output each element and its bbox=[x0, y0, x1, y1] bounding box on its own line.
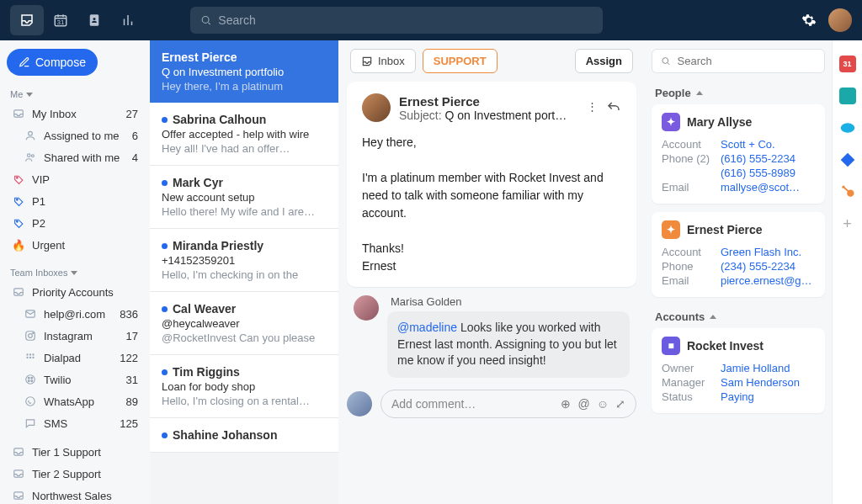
conversation-preview: Hello, I'm closing on a rental… bbox=[162, 395, 327, 407]
composer-input[interactable]: Add comment… ⊕ @ ☺ ⤢ bbox=[380, 390, 636, 418]
detail-row: (616) 555-8989 bbox=[662, 167, 815, 179]
sidebar-item[interactable]: Dialpad122 bbox=[7, 347, 143, 369]
more-icon[interactable]: ⋮ bbox=[587, 100, 598, 115]
sidebar-item[interactable]: VIP bbox=[7, 168, 143, 190]
svg-point-24 bbox=[31, 377, 33, 379]
conversation-name: Miranda Priestly bbox=[162, 239, 327, 252]
emoji-icon[interactable]: ☺ bbox=[597, 397, 609, 411]
accounts-header[interactable]: Accounts bbox=[652, 305, 825, 328]
context-search-input[interactable] bbox=[678, 55, 816, 67]
settings-icon[interactable] bbox=[801, 13, 817, 28]
sidebar-item[interactable]: SMS125 bbox=[7, 412, 143, 434]
svg-point-6 bbox=[28, 154, 31, 157]
sidebar-item[interactable]: Shared with me4 bbox=[7, 146, 143, 168]
person-card[interactable]: ✦Ernest PierceAccountGreen Flash Inc.Pho… bbox=[652, 212, 825, 297]
detail-value[interactable]: mallyse@scot… bbox=[721, 181, 800, 194]
account-card[interactable]: ■Rocket InvestOwnerJamie HollandManagerS… bbox=[652, 328, 825, 413]
sidebar-item[interactable]: Priority Accounts bbox=[7, 281, 143, 303]
conversation-item[interactable]: Tim RigginsLoan for body shopHello, I'm … bbox=[150, 355, 338, 418]
sidebar-item-label: Shared with me bbox=[44, 151, 125, 164]
sidebar-item[interactable]: Tier 1 Support bbox=[7, 441, 143, 463]
svg-point-8 bbox=[16, 177, 18, 178]
conversation-item[interactable]: Ernest PierceQ on Investment portfolioHe… bbox=[150, 40, 338, 103]
nav-analytics-icon[interactable] bbox=[111, 5, 145, 35]
nav-inbox-icon[interactable] bbox=[10, 5, 44, 35]
sidebar-item-label: Urgent bbox=[32, 239, 131, 252]
detail-value[interactable]: Paying bbox=[721, 390, 754, 403]
sidebar-item[interactable]: Twilio31 bbox=[7, 369, 143, 390]
conversation-item[interactable]: Mark CyrNew account setupHello there! My… bbox=[150, 166, 338, 229]
sidebar-item-label: P2 bbox=[32, 217, 131, 230]
detail-value[interactable]: Green Flash Inc. bbox=[721, 246, 801, 258]
detail-key: Phone (2) bbox=[662, 152, 721, 165]
sidebar-item[interactable]: P1 bbox=[7, 190, 143, 212]
conversation-subject: New account setup bbox=[162, 191, 327, 204]
sidebar-item-count: 31 bbox=[126, 374, 138, 386]
person-card[interactable]: ✦Mary AllyseAccountScott + Co.Phone (2)(… bbox=[652, 104, 825, 204]
rail-salesforce-icon[interactable] bbox=[839, 119, 856, 136]
sidebar-item-label: VIP bbox=[32, 173, 131, 186]
reply-icon[interactable] bbox=[606, 100, 621, 115]
sidebar-me-header[interactable]: Me bbox=[7, 84, 143, 103]
sidebar-item[interactable]: Instagram17 bbox=[7, 325, 143, 347]
nav-calendar-icon[interactable]: 31 bbox=[44, 5, 77, 35]
sidebar-item[interactable]: Assigned to me6 bbox=[7, 125, 143, 146]
assign-button[interactable]: Assign bbox=[575, 49, 633, 73]
sidebar-item-count: 125 bbox=[120, 417, 138, 430]
sidebar-item-count: 27 bbox=[126, 108, 138, 120]
rail-contacts-icon[interactable] bbox=[839, 88, 856, 104]
detail-row: Phone(234) 555-2234 bbox=[662, 260, 815, 273]
inbox-button[interactable]: Inbox bbox=[350, 49, 416, 73]
sidebar-item-label: Assigned to me bbox=[44, 130, 125, 142]
svg-point-25 bbox=[28, 380, 29, 382]
detail-value[interactable]: Sam Henderson bbox=[721, 376, 800, 389]
detail-value[interactable]: (234) 555-2234 bbox=[721, 260, 795, 273]
sidebar-item[interactable]: My Inbox27 bbox=[7, 103, 143, 125]
rail-jira-icon[interactable] bbox=[839, 151, 856, 168]
topbar: 31 bbox=[0, 0, 862, 40]
detail-value[interactable]: Scott + Co. bbox=[721, 138, 775, 151]
conversation-name: Mark Cyr bbox=[162, 176, 327, 189]
detail-row: OwnerJamie Holland bbox=[662, 362, 815, 374]
rail-calendar-icon[interactable]: 31 bbox=[839, 56, 856, 72]
rail-add-icon[interactable]: + bbox=[839, 215, 856, 232]
tag-icon bbox=[12, 194, 25, 208]
badge-icon: ✦ bbox=[662, 220, 680, 239]
sidebar-item[interactable]: WhatsApp89 bbox=[7, 390, 143, 412]
unread-dot-icon bbox=[162, 369, 168, 375]
detail-value[interactable]: (616) 555-2234 bbox=[721, 152, 795, 165]
add-icon[interactable]: ⊕ bbox=[561, 397, 571, 411]
sidebar-item[interactable]: P2 bbox=[7, 212, 143, 234]
conversation-item[interactable]: Cal Weaver@heycalweaver@RocketInvest Can… bbox=[150, 292, 338, 355]
people-header[interactable]: People bbox=[652, 82, 825, 104]
context-search[interactable] bbox=[652, 49, 825, 73]
mention[interactable]: @madeline bbox=[397, 321, 457, 334]
sidebar-item[interactable]: Tier 2 Support bbox=[7, 463, 143, 485]
sidebar-item[interactable]: 🔥Urgent bbox=[7, 234, 143, 256]
support-tag-button[interactable]: SUPPORT bbox=[423, 49, 498, 73]
internal-comment: Marisa Golden @madeline Looks like you w… bbox=[338, 295, 645, 378]
sidebar-item[interactable]: help@ri.com836 bbox=[7, 303, 143, 325]
compose-button[interactable]: Compose bbox=[7, 49, 98, 76]
detail-row: Emailpierce.ernest@gr… bbox=[662, 274, 815, 287]
detail-value[interactable]: (616) 555-8989 bbox=[721, 167, 795, 179]
sidebar-item[interactable]: Northwest Sales bbox=[7, 485, 143, 504]
whatsapp-icon bbox=[24, 395, 37, 408]
badge-icon: ✦ bbox=[662, 113, 680, 131]
expand-icon[interactable]: ⤢ bbox=[615, 397, 625, 411]
conversation-preview: Hey all! I've had an offer… bbox=[162, 142, 327, 155]
detail-row: Phone (2)(616) 555-2234 bbox=[662, 152, 815, 165]
conversation-item[interactable]: Sabrina CalhounOffer accepted - help wit… bbox=[150, 103, 338, 166]
conversation-subject: +14152359201 bbox=[162, 254, 327, 267]
global-search-input[interactable] bbox=[218, 13, 593, 27]
mention-icon[interactable]: @ bbox=[577, 397, 589, 411]
detail-value[interactable]: Jamie Holland bbox=[721, 362, 790, 374]
conversation-item[interactable]: Shahine Johanson bbox=[150, 418, 338, 453]
conversation-item[interactable]: Miranda Priestly+14152359201Hello, I'm c… bbox=[150, 229, 338, 292]
sidebar-team-header[interactable]: Team Inboxes bbox=[7, 263, 143, 281]
sidebar-item-count: 89 bbox=[126, 395, 138, 408]
rail-hubspot-icon[interactable] bbox=[839, 183, 856, 200]
nav-contacts-icon[interactable] bbox=[77, 5, 111, 35]
detail-value[interactable]: pierce.ernest@gr… bbox=[721, 274, 815, 287]
user-avatar[interactable] bbox=[828, 8, 852, 32]
